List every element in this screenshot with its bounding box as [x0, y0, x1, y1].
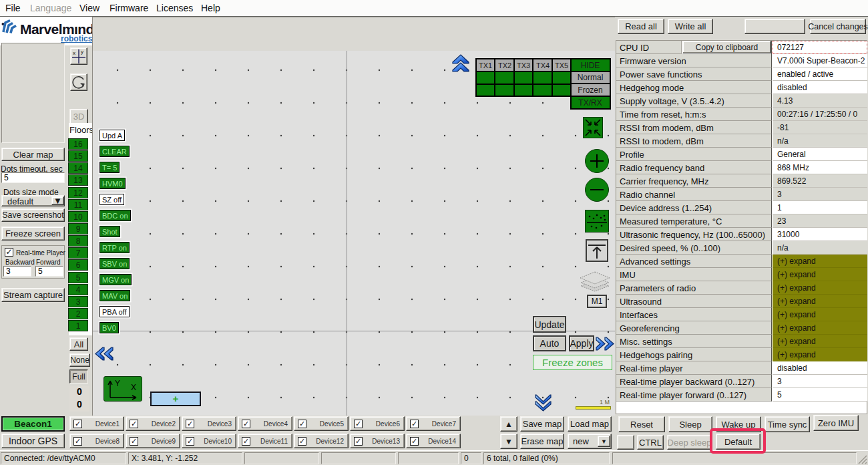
svg-text:y: y — [81, 49, 83, 55]
svg-text:TX3: TX3 — [517, 61, 530, 69]
svg-text:Normal: Normal — [578, 73, 604, 82]
svg-text:X: X — [131, 383, 136, 392]
svg-text:Frozen: Frozen — [578, 86, 602, 95]
svg-text:TX1: TX1 — [479, 61, 492, 69]
svg-text:TX2: TX2 — [498, 61, 511, 69]
svg-text:HIDE: HIDE — [581, 61, 600, 70]
svg-text:Y: Y — [115, 379, 120, 388]
svg-text:x: x — [73, 50, 75, 56]
svg-text:TX/RX: TX/RX — [578, 98, 602, 108]
svg-text:TX5: TX5 — [555, 61, 568, 69]
svg-text:TX4: TX4 — [536, 61, 550, 69]
